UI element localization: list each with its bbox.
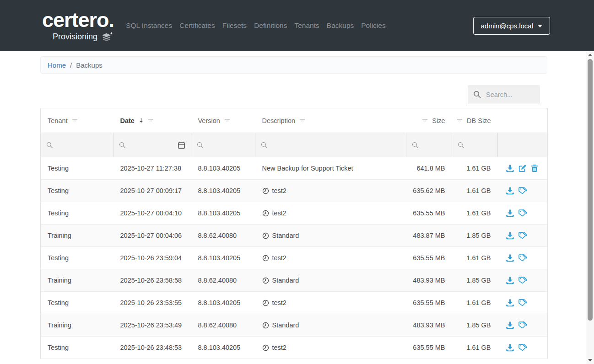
delete-icon[interactable] (530, 164, 539, 172)
cell-date: 2025-10-26 23:53:55 (113, 292, 191, 314)
column-header-date[interactable]: Date (113, 108, 191, 133)
column-header-version[interactable]: Version (191, 108, 255, 133)
cell-size: 641.8 MB (406, 157, 452, 180)
filter-input-size[interactable] (423, 141, 446, 149)
cell-description: New Backup for Support Ticket (255, 157, 406, 180)
scrollbar[interactable] (586, 51, 594, 364)
cell-tenant: Training (41, 314, 113, 337)
column-header-size[interactable]: Size (406, 108, 452, 133)
tags-icon[interactable] (518, 254, 527, 262)
scroll-up-button[interactable] (586, 51, 594, 59)
search-icon (261, 142, 268, 149)
breadcrumb-home-link[interactable]: Home (48, 61, 66, 69)
filter-icon[interactable] (148, 118, 154, 123)
filter-icon[interactable] (299, 118, 305, 123)
cell-size: 483.93 MB (406, 314, 452, 337)
column-header-tenant[interactable]: Tenant (41, 108, 113, 133)
filter-cell-size (406, 133, 452, 157)
cell-version: 8.8.62.40080 (191, 269, 255, 292)
filter-icon[interactable] (72, 118, 78, 123)
cell-db_size: 1.85 GB (452, 225, 498, 247)
filter-input-description[interactable] (272, 141, 400, 149)
scroll-down-button[interactable] (586, 357, 594, 364)
row-actions (498, 247, 548, 269)
cell-version: 8.8.62.40080 (191, 314, 255, 337)
tags-icon[interactable] (518, 321, 527, 329)
clock-icon (262, 255, 269, 262)
search-icon (412, 142, 419, 149)
filter-cell-description (255, 133, 406, 157)
download-icon[interactable] (506, 164, 514, 173)
cell-size: 483.93 MB (406, 269, 452, 292)
filter-input-date[interactable] (130, 141, 173, 149)
cell-version: 8.8.62.40080 (191, 225, 255, 247)
clock-icon (262, 322, 269, 329)
tags-icon[interactable] (518, 231, 527, 240)
table-row: Testing2025-10-26 23:48:538.8.103.40205t… (41, 337, 548, 359)
description-text: New Backup for Support Ticket (262, 165, 353, 172)
search-icon (197, 142, 204, 149)
table-row: Testing2025-10-27 00:04:108.8.103.40205t… (41, 202, 548, 225)
download-icon[interactable] (506, 187, 514, 195)
logo[interactable]: certero. Provisioning (42, 10, 114, 42)
filter-icon[interactable] (457, 118, 463, 123)
column-label: DB Size (467, 117, 491, 124)
nav-tenants[interactable]: Tenants (295, 21, 319, 30)
tags-icon[interactable] (518, 343, 527, 352)
tags-icon[interactable] (518, 209, 527, 217)
column-header-actions (498, 108, 548, 133)
search-input[interactable] (486, 91, 535, 98)
filter-icon[interactable] (224, 118, 230, 123)
search-icon (46, 142, 53, 149)
cell-date: 2025-10-27 00:09:17 (113, 180, 191, 202)
column-header-db_size[interactable]: DB Size (452, 108, 498, 133)
download-icon[interactable] (506, 321, 514, 330)
download-icon[interactable] (506, 343, 514, 352)
cell-tenant: Training (41, 225, 113, 247)
cell-db_size: 1.61 GB (452, 180, 498, 202)
cell-db_size: 1.61 GB (452, 157, 498, 180)
clock-icon (262, 277, 269, 284)
tags-icon[interactable] (518, 187, 527, 195)
calendar-icon[interactable] (178, 141, 185, 149)
cell-tenant: Testing (41, 157, 113, 180)
cell-db_size: 1.85 GB (452, 269, 498, 292)
download-icon[interactable] (506, 254, 514, 262)
filter-input-tenant[interactable] (57, 141, 108, 149)
nav-definitions[interactable]: Definitions (254, 21, 287, 30)
scrollbar-thumb[interactable] (588, 59, 593, 321)
edit-icon[interactable] (518, 164, 527, 173)
filter-input-version[interactable] (208, 141, 249, 149)
cell-description: test2 (255, 337, 406, 359)
download-icon[interactable] (506, 299, 514, 307)
table-body: Testing2025-10-27 11:27:388.8.103.40205N… (41, 157, 548, 359)
download-icon[interactable] (506, 231, 514, 240)
search-box (468, 85, 540, 104)
download-icon[interactable] (506, 276, 514, 285)
nav-sql-instances[interactable]: SQL Instances (126, 21, 172, 30)
table-row: Testing2025-10-26 23:53:558.8.103.40205t… (41, 292, 548, 314)
nav-backups[interactable]: Backups (327, 21, 354, 30)
nav-policies[interactable]: Policies (361, 21, 385, 30)
cell-description: test2 (255, 202, 406, 225)
nav-certificates[interactable]: Certificates (179, 21, 215, 30)
column-header-description[interactable]: Description (255, 108, 406, 133)
cell-date: 2025-10-27 00:04:06 (113, 225, 191, 247)
row-actions (498, 157, 548, 180)
arrow-down-icon (588, 359, 592, 362)
tags-icon[interactable] (518, 276, 527, 284)
cell-description: test2 (255, 180, 406, 202)
filter-icon[interactable] (422, 118, 428, 123)
column-label: Tenant (48, 117, 68, 124)
cell-description: Standard (255, 225, 406, 247)
description-text: test2 (272, 209, 286, 217)
nav-filesets[interactable]: Filesets (222, 21, 247, 30)
tags-icon[interactable] (518, 299, 527, 307)
search-icon (458, 142, 464, 149)
cell-description: test2 (255, 247, 406, 269)
user-menu-button[interactable]: admin@cps.local (473, 17, 550, 35)
content: Home / Backups TenantDateVersionDescript… (0, 51, 586, 364)
download-icon[interactable] (506, 209, 514, 218)
filter-input-db_size[interactable] (469, 141, 492, 149)
table-header-row: TenantDateVersionDescriptionSizeDB Size (41, 108, 548, 133)
